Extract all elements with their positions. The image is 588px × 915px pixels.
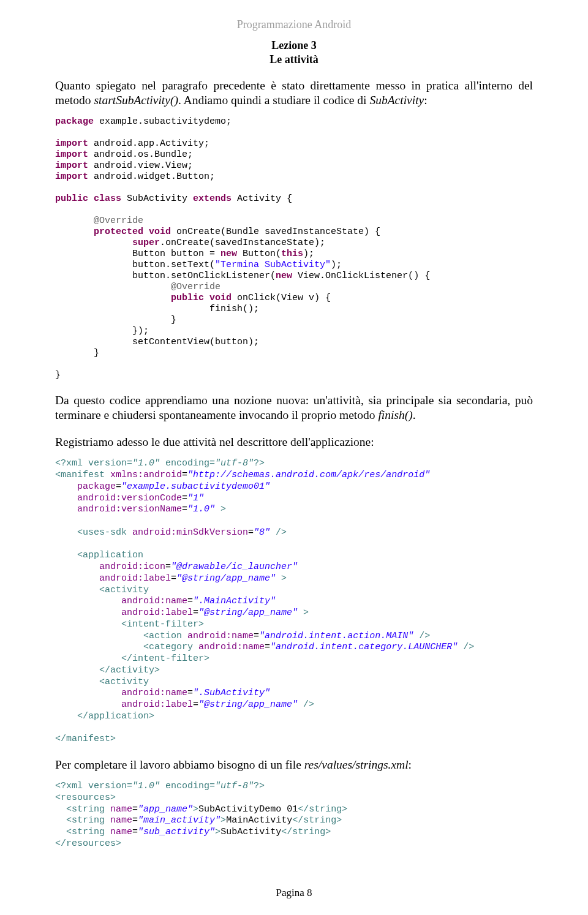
paragraph-4: Per completare il lavoro abbiamo bisogno… bbox=[55, 758, 533, 772]
code-block-strings: <?xml version="1.0" encoding="utf-8"?> <… bbox=[55, 781, 533, 850]
lesson-line1: Lezione 3 bbox=[271, 39, 317, 51]
code-block-java: package example.subactivitydemo; import … bbox=[55, 116, 533, 381]
page-footer: Pagina 8 bbox=[0, 887, 588, 899]
lesson-header: Lezione 3 Le attività bbox=[55, 39, 533, 66]
course-header: Programmazione Android bbox=[55, 18, 533, 31]
code-block-manifest: <?xml version="1.0" encoding="utf-8"?> <… bbox=[55, 458, 533, 745]
lesson-line2: Le attività bbox=[270, 53, 318, 66]
paragraph-3: Registriamo adesso le due attività nel d… bbox=[55, 435, 533, 450]
paragraph-1: Quanto spiegato nel paragrafo precedente… bbox=[55, 78, 533, 108]
paragraph-2: Da questo codice apprendiamo una nozione… bbox=[55, 393, 533, 423]
